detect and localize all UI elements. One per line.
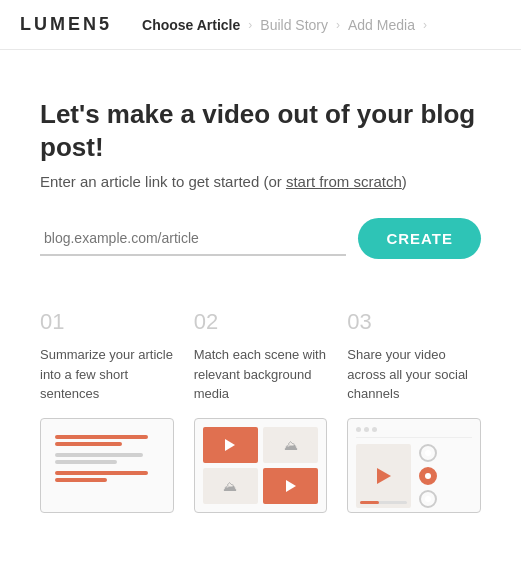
step-3-illustration <box>347 418 481 513</box>
step-3-number: 03 <box>347 309 371 335</box>
share-icon-1 <box>419 444 437 462</box>
share-icon-inner-2 <box>425 473 431 479</box>
step-2-illustration: ⛰ ⛰ <box>194 418 328 513</box>
step-3-video-thumbnail <box>356 444 411 508</box>
start-from-scratch-link[interactable]: start from scratch <box>286 173 402 190</box>
share-icon-2 <box>419 467 437 485</box>
page-headline: Let's make a video out of your blog post… <box>40 98 481 163</box>
subheadline-prefix: Enter an article link to get started (or <box>40 173 286 190</box>
step-2-description: Match each scene with relevant backgroun… <box>194 345 328 404</box>
line-3 <box>55 453 143 457</box>
line-1 <box>55 435 148 439</box>
step-2: 02 Match each scene with relevant backgr… <box>194 309 328 513</box>
dot-3 <box>372 427 377 432</box>
progress-fill <box>360 501 379 504</box>
step-3-share-icons <box>419 444 437 508</box>
mountain-icon-2: ⛰ <box>223 478 237 494</box>
logo: LUMEN5 <box>20 14 112 35</box>
header: LUMEN5 Choose Article › Build Story › Ad… <box>0 0 521 50</box>
article-url-input[interactable] <box>40 222 346 256</box>
step-1-number: 01 <box>40 309 64 335</box>
play-icon-big <box>377 468 391 484</box>
mountain-icon-1: ⛰ <box>284 437 298 453</box>
steps-section: 01 Summarize your article into a few sho… <box>40 309 481 513</box>
nav-step-add-media[interactable]: Add Media <box>348 17 415 33</box>
step-2-number: 02 <box>194 309 218 335</box>
thumb-mountain-2: ⛰ <box>203 468 258 504</box>
main-content: Let's make a video out of your blog post… <box>0 50 521 543</box>
line-2 <box>55 442 122 446</box>
dot-2 <box>364 427 369 432</box>
step-3-description: Share your video across all your social … <box>347 345 481 404</box>
nav-steps: Choose Article › Build Story › Add Media… <box>142 17 435 33</box>
chevron-icon-2: › <box>336 18 340 32</box>
subheadline-suffix: ) <box>402 173 407 190</box>
line-4 <box>55 460 117 464</box>
article-input-row: CREATE <box>40 218 481 259</box>
dot-1 <box>356 427 361 432</box>
step-1-description: Summarize your article into a few short … <box>40 345 174 404</box>
thumb-play-2 <box>263 468 318 504</box>
share-icon-3 <box>419 490 437 508</box>
play-icon-2 <box>286 480 296 492</box>
share-icon-inner-3 <box>425 496 431 502</box>
thumb-play-1 <box>203 427 258 463</box>
progress-bar <box>360 501 407 504</box>
nav-step-build-story[interactable]: Build Story <box>260 17 328 33</box>
nav-step-choose-article[interactable]: Choose Article <box>142 17 240 33</box>
line-6 <box>55 478 107 482</box>
step-1: 01 Summarize your article into a few sho… <box>40 309 174 513</box>
step-3: 03 Share your video across all your soci… <box>347 309 481 513</box>
play-icon-1 <box>225 439 235 451</box>
line-5 <box>55 471 148 475</box>
thumb-mountain-1: ⛰ <box>263 427 318 463</box>
chevron-icon-1: › <box>248 18 252 32</box>
page-subheadline: Enter an article link to get started (or… <box>40 173 481 190</box>
share-icon-inner-1 <box>425 450 431 456</box>
step-1-illustration <box>40 418 174 513</box>
chevron-icon-3: › <box>423 18 427 32</box>
create-button[interactable]: CREATE <box>358 218 481 259</box>
